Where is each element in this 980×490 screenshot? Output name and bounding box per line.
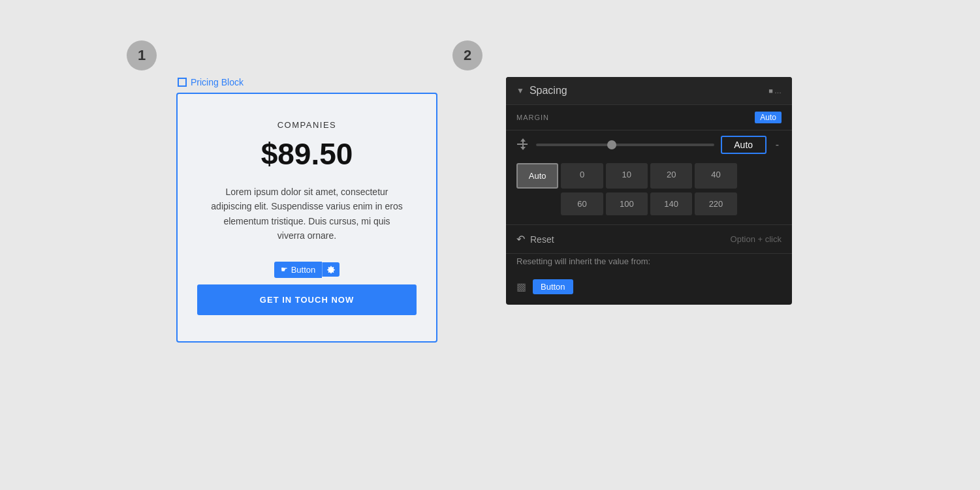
slider-value-input[interactable]	[721, 136, 767, 154]
slider-thumb[interactable]	[607, 140, 616, 149]
spacing-header-icons: ■ …	[768, 87, 782, 95]
pricing-price: $89.50	[261, 136, 353, 172]
spacing-header: ▼ Spacing ■ …	[506, 77, 792, 104]
margin-row: MARGIN Auto	[506, 105, 792, 130]
pricing-description: Lorem ipsum dolor sit amet, consectetur …	[209, 185, 405, 243]
grid-cell-auto[interactable]: Auto	[516, 163, 558, 189]
grid-cell-220[interactable]: 220	[695, 192, 736, 215]
pricing-category: COMPANIES	[277, 120, 337, 130]
inherit-row: ▩ Button	[506, 274, 792, 305]
reset-label: Reset	[530, 234, 554, 245]
pricing-block-label: Pricing Block	[176, 77, 437, 87]
margin-label: MARGIN	[516, 114, 549, 121]
svg-marker-1	[520, 138, 526, 142]
slider-track[interactable]	[536, 144, 714, 146]
inherit-badge[interactable]: Button	[533, 279, 573, 294]
grid-cell-40[interactable]: 40	[695, 163, 736, 189]
grid-row-1: Auto 0 10 20 40	[506, 159, 792, 192]
option-hint: Option + click	[731, 234, 782, 244]
margin-badge[interactable]: Auto	[755, 112, 782, 123]
step-1-badge: 1	[127, 40, 157, 70]
grid-row-2: 60 100 140 220	[506, 192, 792, 219]
collapse-arrow-icon[interactable]: ▼	[516, 86, 524, 95]
slider-minus-button[interactable]: -	[773, 139, 782, 151]
cta-button[interactable]: GET IN TOUCH NOW	[197, 284, 417, 315]
grid-cell-0[interactable]: 0	[561, 163, 603, 189]
main-container: 1 2 Pricing Block COMPANIES $89.50 Lorem…	[0, 0, 980, 490]
spacing-title-area: ▼ Spacing	[516, 85, 567, 97]
pricing-block-title: Pricing Block	[191, 77, 244, 87]
grid-cell-60[interactable]: 60	[561, 192, 603, 215]
grid-cell-10[interactable]: 10	[606, 163, 648, 189]
inherit-component-icon: ▩	[516, 281, 526, 293]
spacing-title: Spacing	[530, 85, 567, 97]
inherit-text: Resetting will inherit the value from:	[506, 254, 792, 274]
grid-cell-empty	[516, 192, 558, 215]
slider-row: -	[506, 130, 792, 159]
grid-cell-140[interactable]: 140	[650, 192, 692, 215]
left-panel: Pricing Block COMPANIES $89.50 Lorem ips…	[176, 77, 437, 343]
spacing-dots-icon: …	[774, 87, 782, 95]
grid-cell-100[interactable]: 100	[606, 192, 648, 215]
reset-row: ↶ Reset Option + click	[506, 225, 792, 253]
spacing-panel: ▼ Spacing ■ … MARGIN Auto	[506, 77, 792, 305]
grid-cell-20[interactable]: 20	[650, 163, 692, 189]
svg-rect-3	[517, 144, 528, 145]
settings-icon-button[interactable]	[322, 262, 340, 277]
button-toolbar: ☛ Button	[274, 262, 340, 278]
reset-icon: ↶	[516, 233, 525, 245]
svg-marker-2	[520, 147, 526, 150]
gear-icon	[327, 266, 335, 273]
hand-icon: ☛	[281, 265, 288, 274]
pricing-block-icon	[178, 78, 187, 87]
reset-button[interactable]: ↶ Reset	[516, 233, 554, 245]
spacing-adjust-icon	[516, 138, 530, 152]
spacing-mode-icon: ■	[768, 87, 773, 95]
button-toolbar-label[interactable]: ☛ Button	[274, 262, 323, 278]
step-2-badge: 2	[452, 40, 482, 70]
pricing-card: COMPANIES $89.50 Lorem ipsum dolor sit a…	[176, 93, 437, 343]
